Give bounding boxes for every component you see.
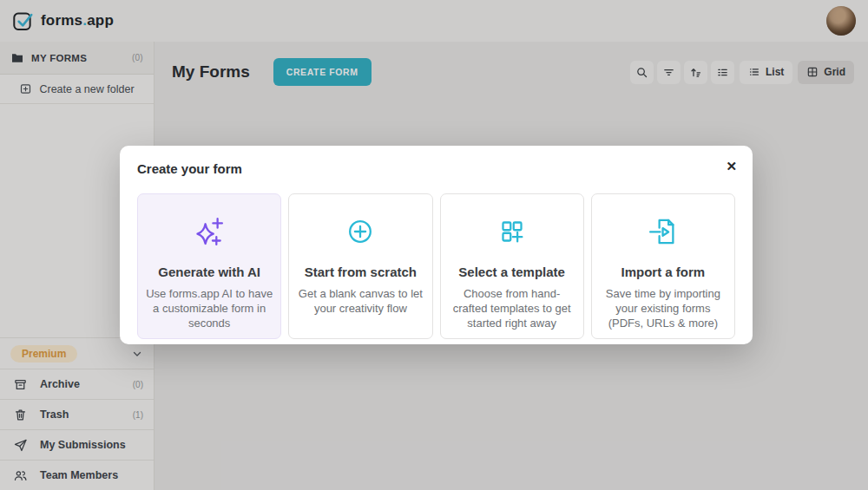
close-icon[interactable]: ✕ <box>722 156 740 176</box>
card-title: Start from scratch <box>296 265 424 279</box>
card-title: Import a form <box>599 265 727 279</box>
card-select-a-template[interactable]: Select a template Choose from hand-craft… <box>440 193 584 339</box>
card-generate-with-ai[interactable]: Generate with AI Use forms.app AI to hav… <box>137 193 281 339</box>
card-description: Use forms.app AI to have a customizable … <box>145 286 273 330</box>
card-title: Generate with AI <box>145 265 273 279</box>
card-description: Get a blank canvas to let your creativit… <box>296 286 424 316</box>
card-import-a-form[interactable]: Import a form Save time by importing you… <box>591 193 735 339</box>
modal-cards: Generate with AI Use forms.app AI to hav… <box>137 193 735 339</box>
modal-title: Create your form <box>137 161 735 176</box>
plus-circle-icon <box>296 212 424 251</box>
card-title: Select a template <box>448 265 576 279</box>
import-document-icon <box>599 212 727 251</box>
template-grid-icon <box>448 212 576 251</box>
card-description: Choose from hand-crafted templates to ge… <box>448 286 576 330</box>
create-form-modal: Create your form ✕ Generate with AI Use … <box>120 146 753 344</box>
card-description: Save time by importing your existing for… <box>599 286 727 330</box>
card-start-from-scratch[interactable]: Start from scratch Get a blank canvas to… <box>288 193 432 339</box>
ai-sparkle-icon <box>145 212 273 251</box>
